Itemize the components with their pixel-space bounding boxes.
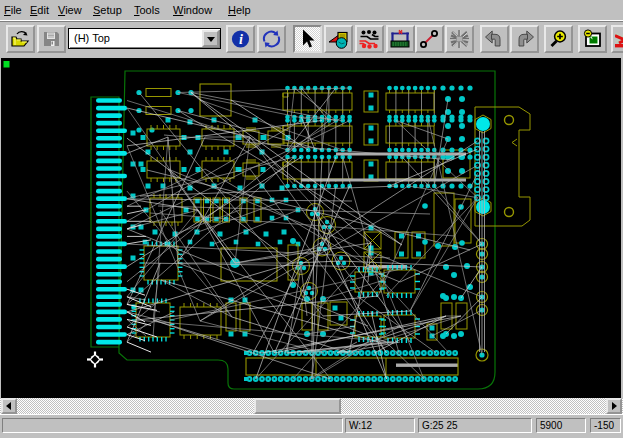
svg-text:i: i — [239, 32, 243, 47]
